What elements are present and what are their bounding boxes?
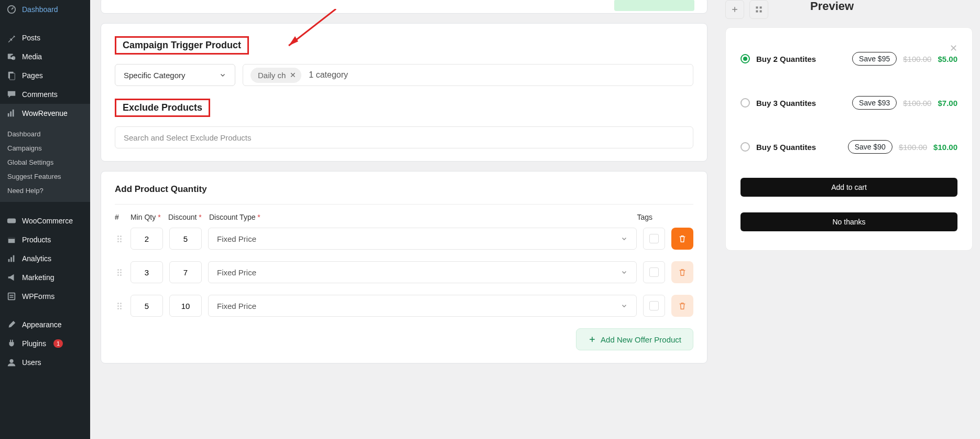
view-list-button[interactable] (725, 0, 744, 19)
chip-label: Daily ch (258, 71, 286, 80)
delete-row-button[interactable] (671, 295, 693, 317)
trash-icon (678, 301, 687, 310)
tag-checkbox-wrap[interactable] (643, 261, 665, 283)
sidebar-label: WooCommerce (22, 217, 73, 225)
radio-icon[interactable] (741, 142, 750, 152)
pages-icon (6, 70, 17, 81)
svg-rect-7 (13, 110, 14, 117)
tag-checkbox-wrap[interactable] (643, 295, 665, 317)
exclude-products-input[interactable] (115, 126, 693, 148)
svg-rect-10 (8, 238, 15, 239)
sidebar-item-users[interactable]: Users (0, 353, 90, 372)
th-hash: # (115, 213, 124, 221)
min-qty-input[interactable] (130, 228, 163, 250)
view-toggle (725, 0, 768, 19)
wpforms-icon (6, 291, 17, 302)
main-content: Campaign Trigger Product Specific Catego… (90, 0, 718, 439)
sidebar-label: Products (22, 235, 51, 244)
offer-option[interactable]: Buy 2 Quantites Save $95 $100.00 $5.00 (741, 42, 957, 75)
svg-rect-11 (8, 259, 10, 262)
svg-rect-8 (7, 219, 16, 223)
submenu-global-settings[interactable]: Global Settings (0, 155, 90, 169)
offer-option[interactable]: Buy 5 Quantites Save $90 $100.00 $10.00 (741, 131, 957, 163)
quantity-title: Add Product Quantity (115, 184, 693, 195)
svg-point-17 (9, 359, 13, 363)
discount-input[interactable] (169, 295, 202, 317)
sidebar-item-woocommerce[interactable]: WooCommerce (0, 211, 90, 230)
sidebar-item-pages[interactable]: Pages (0, 66, 90, 85)
drag-handle-icon[interactable] (115, 303, 124, 309)
svg-rect-13 (13, 255, 15, 262)
chart-icon (6, 108, 17, 119)
offer-price: $7.00 (938, 99, 957, 108)
sidebar-item-wpforms[interactable]: WPForms (0, 287, 90, 306)
sidebar-item-wowrevenue[interactable]: WowRevenue (0, 104, 90, 123)
preview-panel: Preview ✕ Buy 2 Quantites Save $95 $100.… (718, 0, 980, 439)
box-icon (6, 234, 17, 245)
old-price: $100.00 (899, 143, 927, 152)
submenu-dashboard[interactable]: Dashboard (0, 127, 90, 141)
sidebar-item-marketing[interactable]: Marketing (0, 268, 90, 287)
sidebar-item-posts[interactable]: Posts (0, 28, 90, 47)
pin-icon (6, 33, 17, 43)
sidebar-item-products[interactable]: Products (0, 230, 90, 249)
save-badge: Save $93 (852, 96, 897, 110)
category-chips-input[interactable]: Daily ch ✕ 1 category (243, 64, 693, 86)
sidebar-item-analytics[interactable]: Analytics (0, 249, 90, 268)
view-grid-button[interactable] (749, 0, 768, 19)
trash-icon (678, 234, 687, 243)
discount-type-select[interactable]: Fixed Price (208, 261, 637, 283)
sidebar-label: Comments (22, 90, 58, 99)
discount-input[interactable] (169, 228, 202, 250)
sidebar-item-media[interactable]: Media (0, 47, 90, 66)
quantity-card: Add Product Quantity # Min Qty * Discoun… (101, 171, 707, 363)
submenu-need-help[interactable]: Need Help? (0, 184, 90, 198)
no-thanks-button[interactable]: No thanks (741, 212, 957, 231)
tag-checkbox[interactable] (649, 301, 659, 310)
offer-price: $10.00 (933, 143, 957, 152)
sidebar-item-dashboard[interactable]: Dashboard (0, 0, 90, 19)
delete-row-button[interactable] (671, 261, 693, 283)
submenu-campaigns[interactable]: Campaigns (0, 141, 90, 155)
tag-checkbox[interactable] (649, 267, 659, 277)
add-to-cart-button[interactable]: Add to cart (741, 178, 957, 197)
sidebar-item-comments[interactable]: Comments (0, 85, 90, 104)
radio-checked-icon[interactable] (741, 54, 750, 63)
sidebar-label: Users (22, 358, 41, 367)
th-tags: Tags (637, 213, 693, 221)
th-discount: Discount * (168, 213, 203, 221)
min-qty-input[interactable] (130, 295, 163, 317)
sidebar-item-appearance[interactable]: Appearance (0, 315, 90, 334)
submenu-suggest-features[interactable]: Suggest Features (0, 169, 90, 184)
discount-type-select[interactable]: Fixed Price (208, 228, 637, 250)
campaign-trigger-card: Campaign Trigger Product Specific Catego… (101, 23, 707, 162)
media-icon (6, 51, 17, 62)
close-icon[interactable]: ✕ (950, 42, 957, 54)
quantity-row: Fixed Price (115, 295, 693, 317)
svg-point-2 (12, 56, 15, 60)
svg-line-18 (289, 9, 336, 46)
tag-checkbox[interactable] (649, 234, 659, 243)
trash-icon (678, 267, 687, 277)
plug-icon (6, 338, 17, 349)
svg-rect-27 (760, 10, 762, 13)
sidebar-label: Dashboard (22, 5, 58, 14)
trigger-type-select[interactable]: Specific Category (115, 64, 235, 86)
offer-option[interactable]: Buy 3 Quantites Save $93 $100.00 $7.00 (741, 87, 957, 119)
discount-type-select[interactable]: Fixed Price (208, 295, 637, 317)
delete-row-button[interactable] (671, 228, 693, 250)
sidebar-label: Posts (22, 34, 40, 42)
sidebar-item-plugins[interactable]: Plugins 1 (0, 334, 90, 353)
sidebar-label: WowRevenue (22, 109, 68, 117)
drag-handle-icon[interactable] (115, 269, 124, 276)
chip-remove-icon[interactable]: ✕ (290, 71, 296, 79)
add-offer-product-button[interactable]: Add New Offer Product (576, 328, 693, 350)
sidebar-label: WPForms (22, 292, 55, 301)
min-qty-input[interactable] (130, 261, 163, 283)
svg-rect-25 (760, 6, 762, 8)
drag-handle-icon[interactable] (115, 235, 124, 242)
discount-input[interactable] (169, 261, 202, 283)
tag-checkbox-wrap[interactable] (643, 228, 665, 250)
radio-icon[interactable] (741, 98, 750, 108)
brush-icon (6, 319, 17, 330)
